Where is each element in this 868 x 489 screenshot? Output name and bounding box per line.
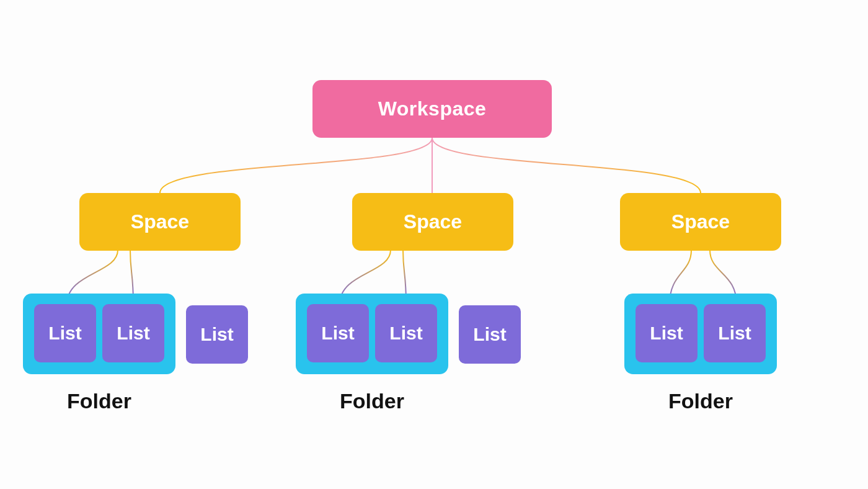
list-node: List: [34, 304, 96, 362]
space-node: Space: [352, 193, 513, 251]
folder-label: Folder: [296, 389, 448, 413]
list-label: List: [200, 324, 233, 345]
list-label: List: [389, 323, 422, 344]
list-label: List: [48, 323, 81, 344]
list-label: List: [650, 323, 683, 344]
list-node: List: [307, 304, 369, 362]
space-label: Space: [671, 210, 730, 233]
space-label: Space: [404, 210, 462, 233]
list-label: List: [321, 323, 354, 344]
workspace-node: Workspace: [312, 80, 552, 138]
list-node: List: [375, 304, 437, 362]
list-node: List: [704, 304, 766, 362]
list-node: List: [186, 305, 248, 364]
list-node: List: [102, 304, 164, 362]
workspace-label: Workspace: [378, 97, 487, 120]
space-node: Space: [79, 193, 241, 251]
list-node: List: [459, 305, 521, 364]
space-node: Space: [620, 193, 781, 251]
space-label: Space: [131, 210, 189, 233]
folder-label: Folder: [624, 389, 777, 413]
list-label: List: [117, 323, 149, 344]
list-label: List: [718, 323, 751, 344]
list-node: List: [636, 304, 698, 362]
folder-label: Folder: [23, 389, 175, 413]
list-label: List: [473, 324, 506, 345]
